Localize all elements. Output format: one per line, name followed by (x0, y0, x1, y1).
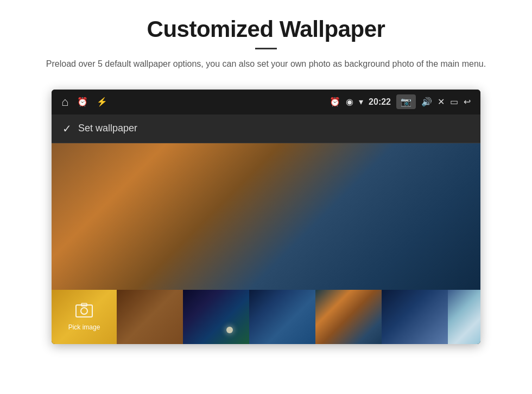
svg-rect-0 (76, 305, 92, 317)
alarm-icon: ⏰ (77, 97, 88, 107)
close-icon[interactable]: ✕ (438, 97, 445, 107)
volume-icon[interactable]: 🔊 (421, 97, 432, 107)
status-bar: ⌂ ⏰ ⚡ ⏰ ◉ ▾ 20:22 📷 🔊 ✕ ▭ ↩ (52, 90, 480, 115)
page-subtitle: Preload over 5 default wallpaper options… (46, 57, 486, 71)
usb-icon: ⚡ (97, 97, 107, 107)
title-divider (255, 48, 277, 49)
status-right: ⏰ ◉ ▾ 20:22 📷 🔊 ✕ ▭ ↩ (330, 94, 471, 109)
thumb-2[interactable] (117, 290, 183, 344)
set-wallpaper-bar: ✓ Set wallpaper (52, 115, 480, 143)
pick-image-thumb[interactable]: Pick image (52, 290, 117, 344)
title-section: Customized Wallpaper Preload over 5 defa… (46, 16, 486, 81)
thumb-6[interactable] (382, 290, 448, 344)
wifi-icon: ▾ (359, 97, 363, 107)
thumbnail-strip: Pick image (52, 290, 480, 344)
clock-icon: ⏰ (330, 97, 340, 107)
set-wallpaper-label: Set wallpaper (78, 123, 137, 134)
thumb-4[interactable] (249, 290, 315, 344)
camera-icon[interactable]: 📷 (396, 94, 416, 109)
checkmark-icon: ✓ (62, 122, 72, 135)
home-icon[interactable]: ⌂ (61, 95, 68, 109)
thumb-7[interactable] (448, 290, 480, 344)
location-icon: ◉ (346, 97, 353, 107)
pick-image-icon (75, 303, 93, 321)
window-icon[interactable]: ▭ (450, 97, 458, 107)
svg-point-1 (81, 308, 87, 314)
back-icon[interactable]: ↩ (464, 97, 471, 107)
page-title: Customized Wallpaper (46, 16, 486, 42)
pick-image-label: Pick image (68, 323, 100, 331)
device-container: ⌂ ⏰ ⚡ ⏰ ◉ ▾ 20:22 📷 🔊 ✕ ▭ ↩ ✓ Set wallpa… (52, 90, 480, 344)
page-wrapper: Customized Wallpaper Preload over 5 defa… (0, 0, 532, 394)
status-time: 20:22 (369, 97, 391, 107)
wallpaper-preview (52, 143, 480, 290)
thumb-5[interactable] (315, 290, 382, 344)
thumb-3[interactable] (183, 290, 249, 344)
status-left: ⌂ ⏰ ⚡ (61, 95, 107, 109)
